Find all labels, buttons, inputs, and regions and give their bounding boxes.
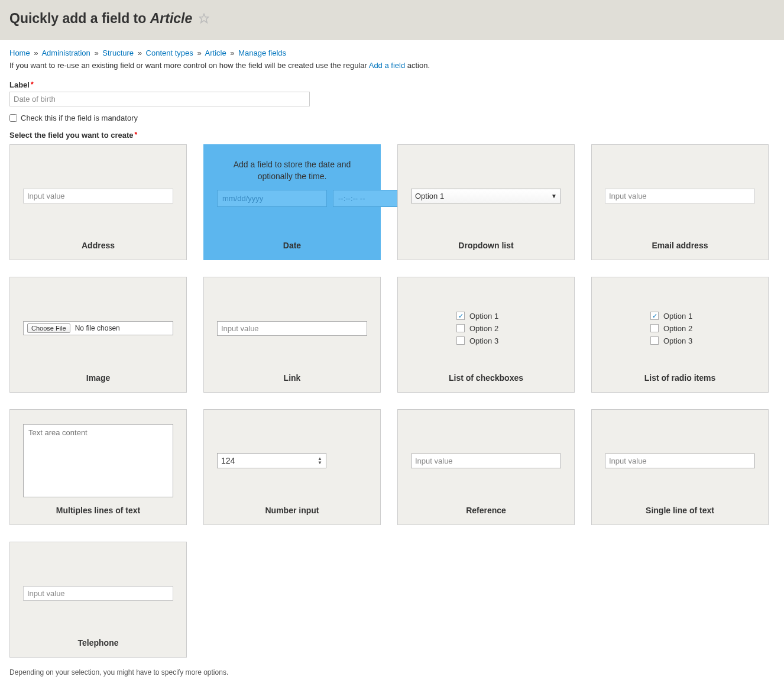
label-field-label: Label xyxy=(9,80,30,89)
checkbox-options: ✓Option 1 Option 2 Option 3 xyxy=(411,312,561,345)
field-card-image[interactable]: Choose File No file chosen Image xyxy=(9,277,187,393)
choose-file-button: Choose File xyxy=(27,323,70,333)
label-field-wrapper: Label* xyxy=(9,80,775,106)
card-title: Date xyxy=(217,236,367,253)
chevron-down-icon: ▼ xyxy=(551,193,557,199)
breadcrumb-structure[interactable]: Structure xyxy=(102,48,134,57)
breadcrumb-sep: » xyxy=(230,48,234,57)
textarea-preview xyxy=(23,424,173,497)
card-title: Email address xyxy=(605,236,755,253)
page-title: Quickly add a field to Article xyxy=(9,11,775,27)
card-title: List of checkboxes xyxy=(411,368,561,385)
dropdown-preview: Option 1 ▼ xyxy=(411,189,561,203)
breadcrumb-administration[interactable]: Administration xyxy=(41,48,90,57)
breadcrumb: Home » Administration » Structure » Cont… xyxy=(9,48,775,57)
required-indicator: * xyxy=(135,131,138,139)
breadcrumb-content-types[interactable]: Content types xyxy=(146,48,193,57)
radio-icon xyxy=(650,336,659,345)
no-file-text: No file chosen xyxy=(75,324,120,332)
intro-after: action. xyxy=(405,61,430,70)
checkbox-icon: ✓ xyxy=(456,312,465,320)
field-card-link[interactable]: Link xyxy=(203,277,381,393)
spinner-icon: ▲▼ xyxy=(318,457,322,465)
card-title: List of radio items xyxy=(605,368,755,385)
radio-icon: ✓ xyxy=(650,312,659,320)
card-title: Image xyxy=(23,368,173,385)
card-title: Multiples lines of text xyxy=(23,501,173,517)
radio-icon xyxy=(650,324,659,332)
reference-preview-input xyxy=(411,454,561,468)
list-item: Option 2 xyxy=(456,324,516,333)
card-title: Dropdown list xyxy=(411,236,561,253)
label-input[interactable] xyxy=(9,92,310,106)
field-card-radios[interactable]: ✓Option 1 Option 2 Option 3 List of radi… xyxy=(591,277,769,393)
breadcrumb-sep: » xyxy=(94,48,98,57)
footer-note: Depending on your selection, you might h… xyxy=(9,668,775,676)
dropdown-option: Option 1 xyxy=(415,192,444,200)
page-header: Quickly add a field to Article xyxy=(0,0,784,40)
svg-marker-0 xyxy=(199,14,208,23)
checkbox-icon xyxy=(456,336,465,345)
breadcrumb-current: Manage fields xyxy=(238,48,286,57)
required-indicator: * xyxy=(31,80,34,89)
card-title: Address xyxy=(23,236,173,253)
date-preview-input xyxy=(217,190,327,207)
card-title: Telephone xyxy=(23,633,173,650)
date-preview-row xyxy=(217,190,367,207)
radio-options: ✓Option 1 Option 2 Option 3 xyxy=(605,312,755,345)
field-card-reference[interactable]: Reference xyxy=(397,409,575,525)
address-preview-input xyxy=(23,189,173,203)
breadcrumb-sep: » xyxy=(197,48,201,57)
select-field-label: Select the field you want to create* xyxy=(9,131,775,140)
add-field-link[interactable]: Add a field xyxy=(369,61,405,70)
mandatory-checkbox-label: Check this if the field is mandatory xyxy=(21,114,138,122)
field-card-date[interactable]: Add a field to store the date and option… xyxy=(203,144,381,260)
list-item: Option 2 xyxy=(650,324,710,333)
number-preview: 124 ▲▼ xyxy=(217,453,326,468)
title-prefix: Quickly add a field to xyxy=(9,11,150,26)
card-title: Reference xyxy=(411,501,561,517)
breadcrumb-sep: » xyxy=(138,48,142,57)
list-item: ✓Option 1 xyxy=(650,312,710,321)
intro-text: If you want to re-use an existing field … xyxy=(9,61,775,70)
link-preview-input xyxy=(217,321,367,336)
field-card-single-text[interactable]: Single line of text xyxy=(591,409,769,525)
number-value: 124 xyxy=(221,456,235,465)
field-type-grid: Address Add a field to store the date an… xyxy=(9,144,775,658)
field-card-email[interactable]: Email address xyxy=(591,144,769,260)
list-item: Option 3 xyxy=(650,336,710,345)
main-content: Home » Administration » Structure » Cont… xyxy=(0,40,784,683)
card-title: Link xyxy=(217,368,367,385)
field-card-checkboxes[interactable]: ✓Option 1 Option 2 Option 3 List of chec… xyxy=(397,277,575,393)
mandatory-checkbox[interactable] xyxy=(9,114,17,122)
date-description: Add a field to store the date and option… xyxy=(217,159,367,182)
title-subject: Article xyxy=(150,11,193,26)
star-icon[interactable] xyxy=(199,11,209,27)
telephone-preview-input xyxy=(23,586,173,601)
breadcrumb-home[interactable]: Home xyxy=(9,48,30,57)
checkbox-icon xyxy=(456,324,465,332)
card-title: Number input xyxy=(217,501,367,517)
single-text-preview-input xyxy=(605,454,755,468)
field-card-telephone[interactable]: Telephone xyxy=(9,542,187,658)
breadcrumb-sep: » xyxy=(34,48,38,57)
field-card-textarea[interactable]: Multiples lines of text xyxy=(9,409,187,525)
mandatory-checkbox-row: Check this if the field is mandatory xyxy=(9,114,775,122)
breadcrumb-article[interactable]: Article xyxy=(205,48,226,57)
card-title: Single line of text xyxy=(605,501,755,517)
email-preview-input xyxy=(605,189,755,203)
field-card-dropdown[interactable]: Option 1 ▼ Dropdown list xyxy=(397,144,575,260)
intro-before: If you want to re-use an existing field … xyxy=(9,61,369,70)
file-chooser-preview: Choose File No file chosen xyxy=(23,321,173,335)
field-card-number[interactable]: 124 ▲▼ Number input xyxy=(203,409,381,525)
field-card-address[interactable]: Address xyxy=(9,144,187,260)
list-item: Option 3 xyxy=(456,336,516,345)
list-item: ✓Option 1 xyxy=(456,312,516,321)
